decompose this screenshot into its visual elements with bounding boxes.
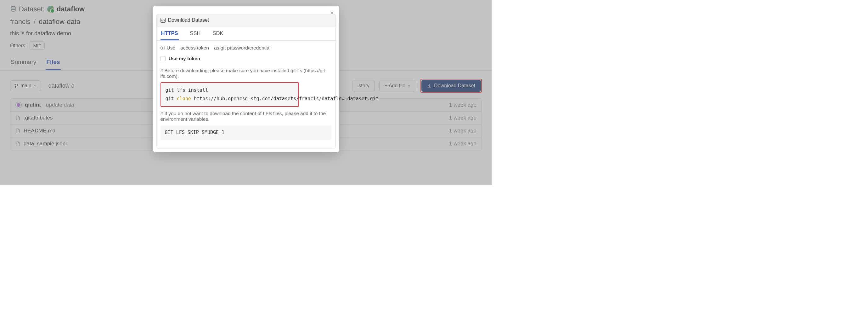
code-icon: </> [160, 18, 165, 23]
use-my-token-label: Use my token [169, 56, 200, 61]
tab-sdk[interactable]: SDK [212, 26, 224, 40]
close-icon[interactable]: ✕ [330, 10, 334, 16]
tab-ssh[interactable]: SSH [189, 26, 202, 40]
access-token-link[interactable]: access token [180, 45, 209, 51]
note-install-lfs: # Before downloading, please make sure y… [160, 68, 332, 79]
code-line: git [165, 96, 177, 102]
download-modal: ✕ </> Download Dataset HTTPS SSH SDK i U… [153, 6, 339, 152]
modal-body: i Use access token as git password/crede… [156, 41, 336, 148]
code-line: git lfs install [165, 87, 208, 93]
modal-title: Download Dataset [168, 17, 209, 23]
checkbox-icon[interactable] [160, 56, 165, 61]
code-line: https://hub.opencsg-stg.com/datasets/fra… [191, 96, 379, 102]
info-pre: Use [167, 45, 176, 51]
tab-https[interactable]: HTTPS [160, 26, 179, 40]
modal-overlay[interactable]: ✕ </> Download Dataset HTTPS SSH SDK i U… [0, 0, 492, 185]
note-skip-smudge: # If you do not want to download the con… [160, 111, 332, 122]
code-block-env[interactable]: GIT_LFS_SKIP_SMUDGE=1 [160, 125, 332, 140]
code-keyword: clone [177, 96, 191, 102]
info-line: i Use access token as git password/crede… [160, 44, 332, 54]
info-post: as git password/credential [214, 45, 270, 51]
use-my-token-row[interactable]: Use my token [160, 54, 332, 66]
modal-tabs: HTTPS SSH SDK [156, 26, 336, 41]
info-icon: i [160, 46, 165, 50]
code-block-clone[interactable]: git lfs install git clone https://hub.op… [160, 82, 299, 107]
modal-header: </> Download Dataset [156, 14, 336, 26]
